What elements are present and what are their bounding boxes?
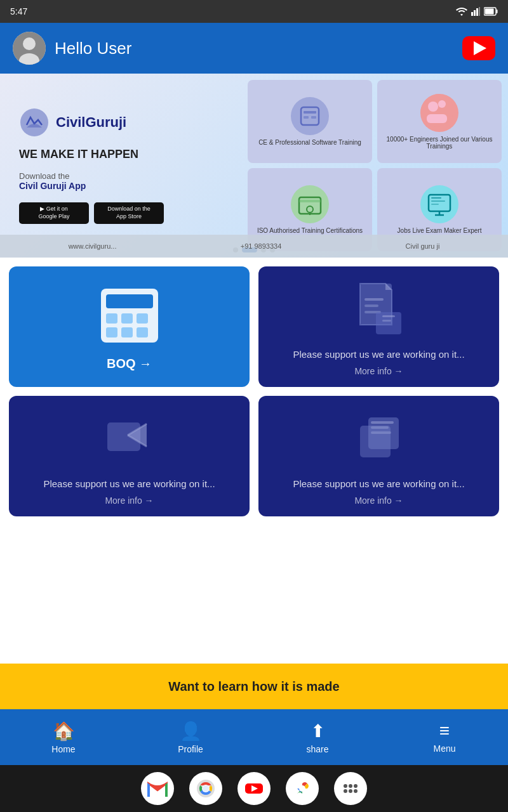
svg-rect-5	[497, 10, 498, 13]
svg-point-66	[344, 789, 347, 793]
svg-rect-52	[165, 783, 168, 797]
home-icon: 🏠	[53, 721, 75, 742]
svg-rect-43	[382, 320, 391, 322]
svg-rect-25	[431, 200, 445, 202]
footer-item-1: www.civilguru...	[69, 242, 117, 250]
banner-card-icon-4	[420, 185, 458, 223]
svg-rect-13	[304, 116, 309, 119]
svg-rect-11	[301, 107, 319, 125]
youtube-app-icon[interactable]	[237, 772, 271, 805]
app-store-button[interactable]: Download on theApp Store	[94, 202, 164, 224]
card-2-text: Please support us we are working on it..…	[293, 348, 464, 361]
svg-rect-14	[311, 116, 316, 119]
app-header: Hello User	[0, 23, 508, 74]
android-taskbar	[0, 765, 508, 812]
svg-rect-24	[431, 197, 441, 199]
card-4[interactable]: Please support us we are working on it..…	[258, 396, 499, 516]
signal-icon	[471, 7, 480, 16]
svg-point-61	[299, 785, 305, 792]
greeting-text: Hello User	[55, 39, 131, 58]
svg-rect-38	[364, 298, 384, 301]
svg-rect-0	[471, 12, 473, 16]
header-left: Hello User	[13, 32, 131, 65]
card-3[interactable]: Please support us we are working on it..…	[9, 396, 250, 516]
play-store-button[interactable]: ▶ Get it onGoogle Play	[19, 202, 89, 224]
nav-home-label: Home	[51, 744, 75, 754]
share-icon: ⬆	[311, 721, 325, 742]
banner-card-text-1: CE & Professional Software Training	[258, 139, 361, 146]
learn-banner[interactable]: Want to learn how it is made	[0, 664, 508, 709]
nav-profile[interactable]: 👤 Profile	[127, 721, 254, 754]
svg-point-64	[349, 784, 352, 788]
promo-banner: CivilGuruji WE MAKE IT HAPPEN Download t…	[0, 74, 508, 258]
file-icon-area-2	[351, 280, 408, 340]
banner-right: CE & Professional Software Training 1000…	[241, 74, 508, 258]
nav-profile-label: Profile	[178, 744, 203, 754]
banner-card-text-2: 10000+ Engineers Joined our Various Trai…	[382, 136, 497, 150]
civil-guruji-logo-icon	[19, 107, 50, 138]
card-2-more: More info →	[354, 366, 403, 376]
card-3-text: Please support us we are working on it..…	[43, 477, 215, 490]
svg-point-8	[23, 37, 36, 50]
svg-point-65	[354, 784, 358, 788]
feature-cards-grid: BOQ →	[0, 258, 508, 525]
store-buttons: ▶ Get it onGoogle Play Download on theAp…	[19, 202, 222, 224]
banner-footer: www.civilguru... +91 9893334 Civil guru …	[0, 235, 508, 258]
avatar	[13, 32, 46, 65]
banner-card-1: CE & Professional Software Training	[248, 80, 372, 163]
share-icon-area-3	[101, 410, 158, 469]
menu-icon: ≡	[439, 721, 450, 741]
svg-point-62	[339, 777, 362, 800]
svg-point-56	[203, 785, 209, 792]
nav-share[interactable]: ⬆ share	[254, 721, 381, 754]
boq-card[interactable]: BOQ →	[9, 266, 250, 387]
banner-card-2: 10000+ Engineers Joined our Various Trai…	[377, 80, 502, 163]
play-store-label: ▶ Get it onGoogle Play	[38, 206, 69, 220]
nav-menu-label: Menu	[433, 743, 455, 754]
chrome-app-icon[interactable]	[189, 772, 222, 805]
youtube-play-icon	[474, 41, 486, 55]
footer-item-3: Civil guru ji	[406, 242, 440, 250]
more-apps-icon[interactable]	[334, 772, 367, 805]
svg-rect-1	[474, 10, 476, 16]
card-2[interactable]: Please support us we are working on it..…	[258, 266, 499, 387]
wifi-icon	[456, 7, 467, 16]
gmail-app-icon[interactable]	[141, 772, 174, 805]
nav-share-label: share	[306, 744, 328, 754]
card-4-more: More info →	[354, 495, 403, 506]
svg-rect-23	[429, 195, 450, 211]
empty-area	[0, 525, 508, 664]
battery-icon	[484, 7, 498, 16]
photos-app-icon[interactable]	[286, 772, 319, 805]
svg-rect-12	[304, 111, 316, 114]
calculator-icon-area	[95, 285, 164, 349]
nav-menu[interactable]: ≡ Menu	[381, 721, 508, 754]
svg-rect-42	[382, 315, 395, 317]
svg-rect-36	[137, 327, 148, 337]
svg-point-63	[344, 784, 347, 788]
svg-point-67	[349, 789, 352, 793]
svg-point-17	[438, 100, 446, 108]
banner-sub: Download the Civil Guruji App	[19, 171, 222, 191]
app-store-label: Download on theApp Store	[107, 206, 150, 220]
footer-item-2: +91 9893334	[241, 242, 282, 250]
svg-rect-48	[371, 426, 389, 429]
copy-icon-4	[351, 410, 408, 467]
boq-label: BOQ →	[107, 357, 152, 371]
banner-left: CivilGuruji WE MAKE IT HAPPEN Download t…	[0, 95, 241, 237]
banner-card-icon-1	[291, 97, 329, 135]
svg-rect-2	[476, 8, 478, 16]
svg-point-21	[307, 206, 313, 213]
boq-arrow: →	[139, 357, 152, 370]
copy-icon-area-4	[351, 410, 408, 469]
banner-tagline: WE MAKE IT HAPPEN	[19, 148, 222, 161]
share-icon-3	[101, 410, 158, 467]
svg-rect-33	[137, 313, 148, 324]
svg-rect-49	[371, 431, 391, 434]
youtube-button[interactable]	[462, 36, 495, 60]
banner-card-text-3: ISO Authorised Training Certifications	[257, 227, 363, 234]
svg-rect-30	[106, 294, 153, 308]
banner-card-icon-3	[291, 185, 329, 223]
svg-rect-51	[147, 783, 150, 797]
nav-home[interactable]: 🏠 Home	[0, 721, 127, 754]
